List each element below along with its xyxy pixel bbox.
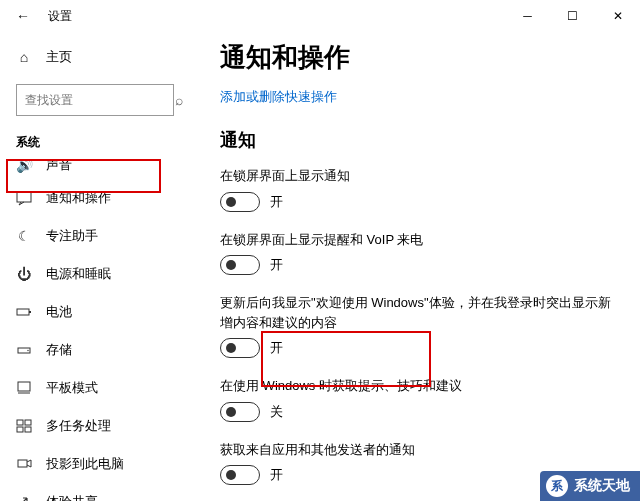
sidebar-item-multitask[interactable]: 多任务处理 — [0, 407, 190, 445]
sidebar-home[interactable]: ⌂ 主页 — [0, 40, 190, 74]
setting-label: 获取来自应用和其他发送者的通知 — [220, 440, 620, 460]
watermark-text: 系统天地 — [574, 477, 630, 495]
sidebar-item-tablet[interactable]: 平板模式 — [0, 369, 190, 407]
sidebar-item-label: 平板模式 — [46, 379, 98, 397]
sidebar: ⌂ 主页 ⌕ 系统 🔊 声音 通知和操作 ☾ 专注助手 ⏻ 电源和睡眠 电池 — [0, 32, 190, 501]
sidebar-item-battery[interactable]: 电池 — [0, 293, 190, 331]
search-input[interactable] — [25, 93, 175, 107]
sidebar-item-label: 电池 — [46, 303, 72, 321]
multitask-icon — [16, 418, 32, 434]
sidebar-item-storage[interactable]: 存储 — [0, 331, 190, 369]
setting-tips: 在使用 Windows 时获取提示、技巧和建议 关 — [220, 376, 620, 422]
toggle-switch[interactable] — [220, 255, 260, 275]
page-title: 通知和操作 — [220, 40, 620, 75]
power-icon: ⏻ — [16, 266, 32, 282]
svg-rect-5 — [18, 382, 30, 391]
sidebar-item-label: 存储 — [46, 341, 72, 359]
setting-lockscreen-voip: 在锁屏界面上显示提醒和 VoIP 来电 开 — [220, 230, 620, 276]
toggle-state: 开 — [270, 339, 283, 357]
home-icon: ⌂ — [16, 49, 32, 65]
toggle-switch[interactable] — [220, 465, 260, 485]
sidebar-item-label: 多任务处理 — [46, 417, 111, 435]
svg-rect-1 — [17, 309, 29, 315]
titlebar: ← 设置 ─ ☐ ✕ — [0, 0, 640, 32]
sidebar-item-share[interactable]: 体验共享 — [0, 483, 190, 501]
toggle-state: 开 — [270, 466, 283, 484]
content: 通知和操作 添加或删除快速操作 通知 在锁屏界面上显示通知 开 在锁屏界面上显示… — [190, 32, 640, 501]
svg-rect-2 — [29, 311, 31, 313]
svg-rect-10 — [25, 427, 31, 432]
setting-label: 更新后向我显示"欢迎使用 Windows"体验，并在我登录时突出显示新增内容和建… — [220, 293, 620, 332]
setting-label: 在锁屏界面上显示通知 — [220, 166, 620, 186]
window-title: 设置 — [48, 8, 72, 25]
notifications-icon — [16, 190, 32, 206]
focus-icon: ☾ — [16, 228, 32, 244]
tablet-icon — [16, 380, 32, 396]
window-controls: ─ ☐ ✕ — [505, 0, 640, 32]
svg-rect-7 — [17, 420, 23, 425]
storage-icon — [16, 342, 32, 358]
sidebar-category: 系统 — [0, 130, 190, 161]
sidebar-item-power[interactable]: ⏻ 电源和睡眠 — [0, 255, 190, 293]
sidebar-item-label: 通知和操作 — [46, 189, 111, 207]
close-button[interactable]: ✕ — [595, 0, 640, 32]
share-icon — [16, 494, 32, 501]
toggle-state: 开 — [270, 193, 283, 211]
svg-rect-9 — [17, 427, 23, 432]
sidebar-item-project[interactable]: 投影到此电脑 — [0, 445, 190, 483]
sidebar-item-label: 声音 — [46, 161, 72, 174]
search-icon: ⌕ — [175, 92, 183, 108]
back-icon[interactable]: ← — [16, 8, 36, 24]
svg-rect-11 — [18, 460, 27, 467]
setting-label: 在锁屏界面上显示提醒和 VoIP 来电 — [220, 230, 620, 250]
toggle-switch[interactable] — [220, 338, 260, 358]
sidebar-item-label: 投影到此电脑 — [46, 455, 124, 473]
setting-label: 在使用 Windows 时获取提示、技巧和建议 — [220, 376, 620, 396]
toggle-state: 开 — [270, 256, 283, 274]
toggle-switch[interactable] — [220, 402, 260, 422]
sidebar-item-notifications[interactable]: 通知和操作 — [0, 179, 190, 217]
watermark: 系 系统天地 — [540, 471, 640, 501]
svg-rect-0 — [17, 192, 31, 202]
sidebar-item-label: 体验共享 — [46, 493, 98, 501]
toggle-state: 关 — [270, 403, 283, 421]
svg-rect-8 — [25, 420, 31, 425]
toggle-switch[interactable] — [220, 192, 260, 212]
maximize-button[interactable]: ☐ — [550, 0, 595, 32]
sidebar-item-focus[interactable]: ☾ 专注助手 — [0, 217, 190, 255]
search-box[interactable]: ⌕ — [16, 84, 174, 116]
setting-welcome-experience: 更新后向我显示"欢迎使用 Windows"体验，并在我登录时突出显示新增内容和建… — [220, 293, 620, 358]
sidebar-item-label: 电源和睡眠 — [46, 265, 111, 283]
project-icon — [16, 456, 32, 472]
sidebar-home-label: 主页 — [46, 48, 72, 66]
section-notifications: 通知 — [220, 128, 620, 152]
watermark-logo-icon: 系 — [546, 475, 568, 497]
battery-icon — [16, 304, 32, 320]
svg-point-4 — [27, 350, 28, 351]
sound-icon: 🔊 — [16, 161, 32, 173]
sidebar-item-sound[interactable]: 🔊 声音 — [0, 161, 190, 179]
quick-actions-link[interactable]: 添加或删除快速操作 — [220, 88, 337, 106]
minimize-button[interactable]: ─ — [505, 0, 550, 32]
setting-lockscreen-notif: 在锁屏界面上显示通知 开 — [220, 166, 620, 212]
sidebar-item-label: 专注助手 — [46, 227, 98, 245]
